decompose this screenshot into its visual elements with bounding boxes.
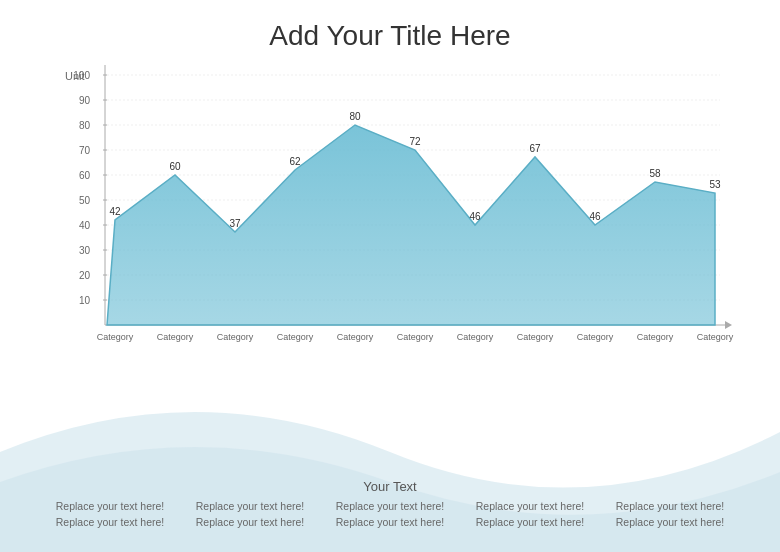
svg-text:Category: Category xyxy=(337,332,374,342)
svg-text:46: 46 xyxy=(589,211,601,222)
svg-text:Category: Category xyxy=(157,332,194,342)
svg-text:70: 70 xyxy=(79,145,91,156)
replace-text-r2c1: Replace your text here! xyxy=(40,516,180,528)
svg-text:Category: Category xyxy=(577,332,614,342)
svg-text:40: 40 xyxy=(79,220,91,231)
svg-text:Category: Category xyxy=(517,332,554,342)
svg-text:Category: Category xyxy=(637,332,674,342)
svg-text:Category: Category xyxy=(397,332,434,342)
svg-marker-2 xyxy=(725,321,732,329)
replace-text-r2c4: Replace your text here! xyxy=(460,516,600,528)
svg-text:53: 53 xyxy=(709,179,721,190)
replace-text-row-2: Replace your text here! Replace your tex… xyxy=(0,516,780,528)
svg-text:30: 30 xyxy=(79,245,91,256)
svg-text:Category: Category xyxy=(97,332,134,342)
bottom-section: Your Text Replace your text here! Replac… xyxy=(0,479,780,532)
svg-text:72: 72 xyxy=(409,136,421,147)
replace-text-r2c2: Replace your text here! xyxy=(180,516,320,528)
svg-text:90: 90 xyxy=(79,95,91,106)
replace-text-r2c5: Replace your text here! xyxy=(600,516,740,528)
page-container: Add Your Title Here Unit 100 90 80 70 xyxy=(0,0,780,552)
svg-text:20: 20 xyxy=(79,270,91,281)
svg-text:Category: Category xyxy=(217,332,254,342)
svg-text:37: 37 xyxy=(229,218,241,229)
chart-title: Add Your Title Here xyxy=(0,0,780,52)
svg-text:60: 60 xyxy=(79,170,91,181)
replace-text-row-1: Replace your text here! Replace your tex… xyxy=(0,500,780,512)
svg-text:100: 100 xyxy=(73,70,90,81)
replace-text-r1c5: Replace your text here! xyxy=(600,500,740,512)
your-text-label: Your Text xyxy=(0,479,780,494)
svg-text:67: 67 xyxy=(529,143,541,154)
svg-text:10: 10 xyxy=(79,295,91,306)
replace-text-r1c1: Replace your text here! xyxy=(40,500,180,512)
svg-marker-34 xyxy=(107,125,715,325)
svg-text:Category: Category xyxy=(277,332,314,342)
svg-text:80: 80 xyxy=(79,120,91,131)
svg-text:62: 62 xyxy=(289,156,301,167)
svg-text:60: 60 xyxy=(169,161,181,172)
replace-text-r1c2: Replace your text here! xyxy=(180,500,320,512)
svg-text:Category: Category xyxy=(457,332,494,342)
svg-text:50: 50 xyxy=(79,195,91,206)
svg-text:58: 58 xyxy=(649,168,661,179)
chart-svg: Unit 100 90 80 70 60 50 40 xyxy=(60,60,740,370)
replace-text-r2c3: Replace your text here! xyxy=(320,516,460,528)
replace-text-r1c3: Replace your text here! xyxy=(320,500,460,512)
svg-text:Category: Category xyxy=(697,332,734,342)
chart-area: Unit 100 90 80 70 60 50 40 xyxy=(60,60,740,370)
svg-text:46: 46 xyxy=(469,211,481,222)
replace-text-r1c4: Replace your text here! xyxy=(460,500,600,512)
svg-text:80: 80 xyxy=(349,111,361,122)
svg-text:42: 42 xyxy=(109,206,121,217)
